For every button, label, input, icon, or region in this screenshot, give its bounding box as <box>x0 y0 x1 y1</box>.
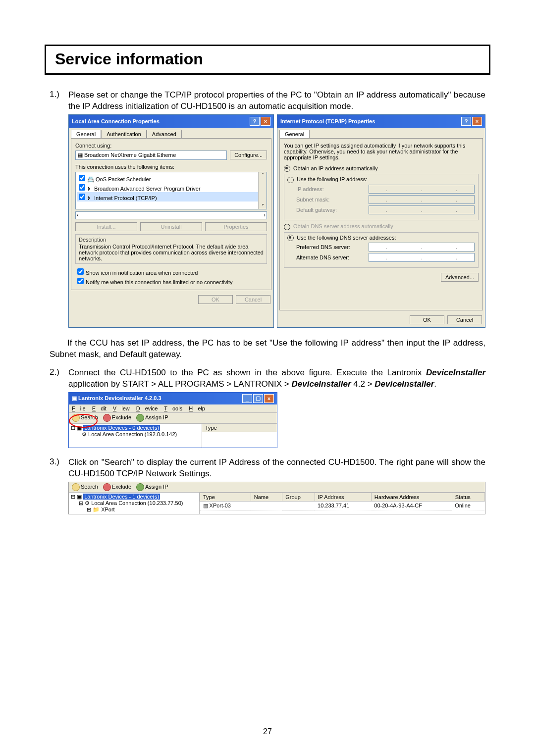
tab-advanced[interactable]: Advanced <box>147 130 182 138</box>
tcpip-tabs: General <box>279 130 483 138</box>
mask-field[interactable]: ... <box>369 195 475 204</box>
description-heading: Description <box>79 237 264 243</box>
tool-search[interactable]: Search <box>72 414 98 422</box>
tool-assign-ip[interactable]: Assign IP <box>136 483 168 491</box>
lan-icon: ⚙ <box>85 500 90 506</box>
tcpip-title-bar: Internet Protocol (TCP/IP) Properties ? … <box>277 115 485 128</box>
menu-file[interactable]: FFileile <box>72 405 86 411</box>
tcpip-ok-button[interactable]: OK <box>410 315 444 324</box>
menu-help[interactable]: Help <box>189 405 205 411</box>
tree-root[interactable]: Lantronix Devices - 0 device(s) <box>83 425 160 431</box>
tab-general[interactable]: General <box>279 130 310 138</box>
di-tree[interactable]: ⊟ ▣ Lantronix Devices - 0 device(s) ⚙ Lo… <box>69 424 202 448</box>
scroll-right-icon[interactable]: › <box>264 212 266 218</box>
menu-device[interactable]: Device <box>136 405 158 411</box>
menu-tools[interactable]: Tools <box>164 405 182 411</box>
items-listbox[interactable]: 📇 QoS Packet Scheduler 🢖 Broadcom Advanc… <box>75 172 267 209</box>
tree-xport[interactable]: XPort <box>101 506 115 512</box>
item-tcpip-check[interactable] <box>79 194 85 200</box>
tool-exclude[interactable]: Exclude <box>103 483 131 491</box>
col-ip[interactable]: IP Address <box>315 493 371 501</box>
scroll-left-icon[interactable]: ‹ <box>77 212 79 218</box>
close-icon[interactable]: × <box>261 117 270 126</box>
item-broadcom-label: Broadcom Advanced Server Program Driver <box>94 186 201 192</box>
gateway-field[interactable]: ... <box>369 205 475 214</box>
radio-obtain-auto[interactable] <box>284 165 290 172</box>
help-icon[interactable]: ? <box>461 117 471 126</box>
radio-obtain-dns-label: Obtain DNS server address automatically <box>293 223 393 229</box>
search-icon <box>72 483 80 491</box>
uses-label: This connection uses the following items… <box>75 164 267 170</box>
lan-ok-button[interactable]: OK <box>198 295 233 304</box>
tree-root[interactable]: Lantronix Devices - 1 device(s) <box>83 494 160 500</box>
radio-obtain-auto-label: Obtain an IP address automatically <box>293 165 377 171</box>
col-status[interactable]: Status <box>452 493 484 501</box>
scrollbar[interactable]: ˄˅ <box>258 172 267 209</box>
col-type[interactable]: Type <box>200 493 251 501</box>
h-scroll[interactable]: ‹ › <box>75 211 267 219</box>
dialogs-row: Local Area Connection Properties ? × Gen… <box>68 114 485 328</box>
close-icon[interactable]: × <box>472 117 482 126</box>
col-group[interactable]: Group <box>282 493 315 501</box>
col-hw[interactable]: Hardware Address <box>371 493 452 501</box>
p2c: application by START > ALL PROGRAMS > LA… <box>68 379 292 389</box>
adns-field[interactable]: ... <box>369 253 475 262</box>
tab-authentication[interactable]: Authentication <box>101 130 147 138</box>
notify-check[interactable] <box>77 278 84 284</box>
lan-cancel-button[interactable]: Cancel <box>236 295 270 304</box>
item-broadcom-icon: 🢖 <box>87 186 94 192</box>
exclude-icon <box>103 414 111 422</box>
show-icon-label: Show icon in notification area when conn… <box>86 270 198 276</box>
uninstall-button[interactable]: Uninstall <box>140 222 202 231</box>
wide-tree[interactable]: ⊟ ▣ Lantronix Devices - 1 device(s) ⊟ ⚙ … <box>69 493 200 514</box>
lan-title-text: Local Area Connection Properties <box>72 118 160 124</box>
tab-general[interactable]: General <box>71 130 101 138</box>
item-tcpip-label: Internet Protocol (TCP/IP) <box>94 195 157 201</box>
minimize-icon[interactable]: _ <box>242 394 252 403</box>
ip-field[interactable]: ... <box>369 185 475 194</box>
install-button[interactable]: Install... <box>75 222 137 231</box>
tool-exclude-label: Exclude <box>112 483 131 489</box>
item-qos-check[interactable] <box>79 175 85 181</box>
help-icon[interactable]: ? <box>250 117 260 126</box>
maximize-icon[interactable]: ▢ <box>253 394 263 403</box>
tree-icon: ▣ <box>77 494 82 500</box>
radio-use-dns[interactable] <box>287 235 294 241</box>
di-menubar: FFileile Edit View Device Tools Help <box>69 404 277 413</box>
close-icon[interactable]: × <box>264 394 274 403</box>
adns-label: Alternate DNS server: <box>296 254 366 260</box>
tool-exclude[interactable]: Exclude <box>103 414 131 422</box>
scroll-up-icon[interactable]: ˄ <box>262 172 264 178</box>
tool-assign-ip[interactable]: Assign IP <box>136 414 168 422</box>
tool-exclude-label: Exclude <box>112 414 131 420</box>
col-type[interactable]: Type <box>202 424 277 432</box>
pdns-field[interactable]: ... <box>369 243 475 252</box>
p2b: DeviceInstaller <box>426 368 485 377</box>
cell-status: Online <box>452 501 484 510</box>
assign-ip-icon <box>136 483 144 491</box>
menu-view[interactable]: View <box>113 405 130 411</box>
table-row[interactable]: ▤ XPort-03 10.233.77.41 00-20-4A-93-A4-C… <box>200 501 485 510</box>
col-name[interactable]: Name <box>251 493 282 501</box>
advanced-button[interactable]: Advanced... <box>441 273 479 282</box>
properties-button[interactable]: Properties <box>205 222 267 231</box>
adapter-field: ▦ Broadcom NetXtreme Gigabit Etherne <box>75 151 227 160</box>
item-broadcom-check[interactable] <box>79 184 85 191</box>
radio-use-ip[interactable] <box>287 177 294 183</box>
wide-table: Type Name Group IP Address Hardware Addr… <box>200 493 485 514</box>
step-3-text: Click on "Search" to display the current… <box>68 457 485 480</box>
tcpip-cancel-button[interactable]: Cancel <box>447 315 482 324</box>
deviceinstaller-window: ▣ Lantronix DeviceInstaller 4.2.0.3 _ ▢ … <box>68 392 277 448</box>
tool-search[interactable]: Search <box>72 483 98 491</box>
di-app-icon: ▣ <box>72 395 78 401</box>
show-icon-check[interactable] <box>77 268 84 275</box>
scroll-down-icon[interactable]: ˅ <box>262 203 264 209</box>
device-icon: ▤ <box>203 503 208 508</box>
mask-label: Subnet mask: <box>296 197 366 202</box>
configure-button[interactable]: Configure... <box>230 151 267 159</box>
tool-search-label: Search <box>81 483 98 489</box>
adapter-name: Broadcom NetXtreme Gigabit Etherne <box>84 152 176 158</box>
p2g: . <box>434 379 436 389</box>
di-list: Type <box>202 424 277 448</box>
menu-edit[interactable]: Edit <box>92 405 107 411</box>
